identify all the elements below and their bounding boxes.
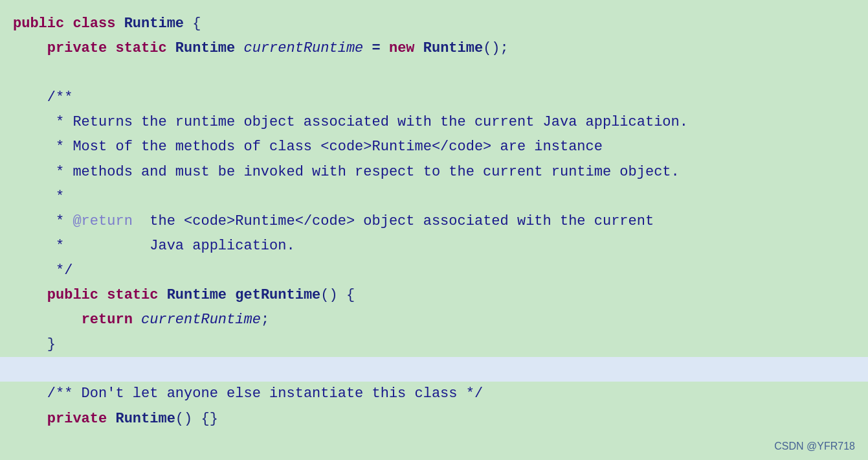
code-line-8: * [0, 185, 868, 209]
comment-end: */ [13, 262, 72, 279]
code-line-18 [0, 431, 868, 456]
code-editor: public class Runtime { private static Ru… [0, 0, 868, 460]
code-line-16: /** Don't let anyone else instantiate th… [0, 382, 868, 406]
code-line-19: /** [0, 456, 868, 460]
code-line-2: private static Runtime currentRuntime = … [0, 36, 868, 61]
keyword-new: new [389, 40, 415, 56]
type-runtime4: Runtime [115, 411, 175, 427]
type-runtime3: Runtime [167, 287, 227, 303]
type-runtime: Runtime [175, 40, 235, 56]
keyword-private2: private [47, 411, 107, 427]
keyword-class: class [72, 16, 115, 32]
keyword-static2: static [107, 287, 158, 303]
comment-line10: * Java application. [13, 238, 295, 254]
keyword-public: public [13, 16, 64, 32]
code-line-10: * Java application. [0, 234, 868, 259]
var-currentruntime2: currentRuntime [141, 312, 261, 328]
comment-line9-pre: * [13, 213, 72, 229]
code-line-11: */ [0, 259, 868, 283]
method-getruntime: getRuntime [235, 287, 320, 303]
comment-instantiate: /** Don't let anyone else instantiate th… [47, 385, 483, 402]
comment-line8: * [13, 189, 64, 205]
class-name: Runtime [124, 16, 184, 32]
comment-start: /** [13, 89, 72, 106]
keyword-private: private [47, 40, 107, 56]
op-equals: = [372, 40, 381, 56]
watermark: CSDN @YFR718 [774, 441, 855, 452]
code-line-13: return currentRuntime; [0, 308, 868, 332]
keyword-static: static [115, 40, 166, 56]
code-line-3 [0, 61, 868, 86]
type-runtime2: Runtime [423, 40, 483, 56]
code-line-6: * Most of the methods of class <code>Run… [0, 135, 868, 159]
var-currentruntime: currentRuntime [243, 40, 363, 56]
code-line-14: } [0, 332, 868, 357]
comment-tag-return: @return [72, 213, 132, 229]
code-line-9: * @return the <code>Runtime</code> objec… [0, 209, 868, 234]
comment-line5: * Returns the runtime object associated … [13, 114, 688, 130]
comment-line7: * methods and must be invoked with respe… [13, 164, 680, 180]
code-line-4: /** [0, 86, 868, 110]
code-line-1: public class Runtime { [0, 12, 868, 36]
comment-line6: * Most of the methods of class <code>Run… [13, 139, 603, 155]
keyword-return: return [82, 312, 133, 328]
code-line-15 [0, 357, 868, 382]
code-line-17: private Runtime() {} [0, 407, 868, 431]
code-line-7: * methods and must be invoked with respe… [0, 160, 868, 185]
keyword-public2: public [47, 287, 98, 303]
comment-line9-post: the <code>Runtime</code> object associat… [133, 213, 654, 229]
code-line-5: * Returns the runtime object associated … [0, 110, 868, 135]
code-line-12: public static Runtime getRuntime() { [0, 283, 868, 308]
